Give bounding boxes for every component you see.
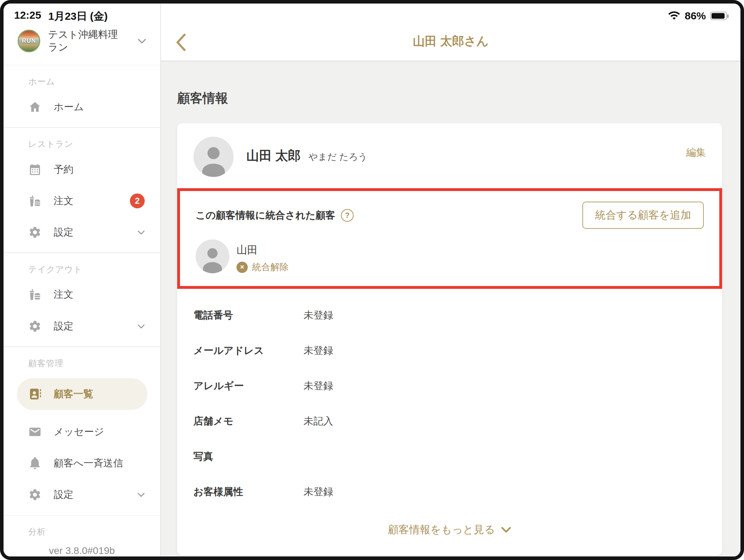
add-merge-customer-button[interactable]: 統合する顧客を追加 (582, 202, 704, 229)
customer-name: 山田 太郎 (246, 147, 301, 165)
section-label-crm: 顧客管理 (28, 358, 160, 369)
field-value: 未登録 (304, 379, 333, 393)
section-label-restaurant: レストラン (28, 138, 160, 150)
bell-icon (28, 457, 42, 470)
merge-title: この顧客情報に統合された顧客 (196, 209, 335, 222)
status-bar-left: 12:25 1月23日 (金) (4, 4, 160, 24)
field-value: 未登録 (304, 485, 333, 499)
sidebar: 12:25 1月23日 (金) RUN テスト沖縄料理 ラン ホーム ホーム レ… (4, 4, 161, 556)
sidebar-item-label: メッセージ (54, 425, 104, 439)
section-title: 顧客情報 (177, 90, 722, 107)
customer-header: 山田 太郎 やまだ たろう 編集 (177, 123, 722, 188)
gear-icon (28, 320, 42, 333)
field-value: 未登録 (304, 344, 333, 357)
merged-customer-name: 山田 (236, 243, 289, 257)
contact-card-icon (28, 387, 42, 401)
home-icon (28, 100, 42, 114)
field-label: 電話番号 (193, 309, 304, 322)
sidebar-item-reservations[interactable]: 予約 (4, 160, 160, 179)
chevron-down-icon (136, 35, 148, 47)
sidebar-item-orders-restaurant[interactable]: 注文 2 (4, 191, 160, 210)
unmerge-link[interactable]: × 統合解除 (236, 261, 289, 273)
page-header: 山田 太郎さん (161, 4, 740, 61)
unmerge-label: 統合解除 (252, 261, 289, 273)
customer-info-card: 山田 太郎 やまだ たろう 編集 この顧客情報に統合された顧客 ? 統合する顧客… (177, 123, 722, 555)
sidebar-item-label: 顧客へ一斉送信 (54, 457, 123, 470)
customer-kana: やまだ たろう (308, 151, 367, 163)
chevron-down-icon (136, 227, 146, 237)
sidebar-item-label: 予約 (54, 163, 73, 176)
content-area: 顧客情報 山田 太郎 やまだ たろう 編集 この顧客情報に統合された顧客 ? (161, 61, 740, 556)
show-more-label: 顧客情報をもっと見る (388, 523, 495, 537)
merged-customer-info: 山田 × 統合解除 (236, 239, 289, 273)
field-value: 未登録 (304, 309, 333, 322)
field-row-photo: 写真 (193, 450, 706, 463)
sidebar-item-messages[interactable]: メッセージ (4, 422, 160, 441)
divider (4, 252, 160, 253)
field-row-email: メールアドレス 未登録 (193, 344, 706, 357)
field-row-store-memo: 店舗メモ 未記入 (193, 415, 706, 428)
store-name: テスト沖縄料理 ラン (48, 28, 118, 54)
field-label: お客様属性 (193, 485, 304, 499)
divider (4, 515, 160, 516)
store-logo: RUN (18, 30, 40, 52)
sidebar-item-settings-crm[interactable]: 設定 (4, 485, 160, 504)
show-more-link[interactable]: 顧客情報をもっと見る (388, 523, 511, 537)
main-area: 86% 山田 太郎さん 顧客情報 山田 太郎 やまだ たろう (161, 4, 740, 556)
sidebar-item-settings-takeout[interactable]: 設定 (4, 316, 160, 336)
field-label: アレルギー (193, 379, 304, 393)
sidebar-item-label: 注文 (54, 194, 73, 208)
unmerge-x-icon: × (236, 262, 248, 273)
field-row-allergy: アレルギー 未登録 (193, 379, 706, 393)
divider (4, 127, 160, 128)
divider (4, 346, 160, 347)
chevron-down-icon (501, 526, 511, 534)
sidebar-item-settings-restaurant[interactable]: 設定 (4, 222, 160, 242)
field-label: メールアドレス (193, 344, 304, 357)
chevron-down-icon (136, 490, 146, 500)
help-icon[interactable]: ? (341, 209, 354, 222)
merged-customer-row: 山田 × 統合解除 (196, 239, 704, 273)
store-switcher[interactable]: RUN テスト沖縄料理 ラン (4, 28, 160, 54)
fastfood-icon (28, 288, 42, 301)
chevron-down-icon (136, 321, 146, 331)
status-date: 1月23日 (金) (48, 9, 108, 24)
wifi-icon (668, 11, 680, 21)
field-label: 写真 (193, 450, 304, 463)
status-bar-right: 86% (668, 10, 727, 22)
field-value: 未記入 (304, 415, 333, 428)
battery-percent: 86% (685, 10, 706, 22)
sidebar-item-label: 設定 (54, 320, 73, 333)
app-screen: 12:25 1月23日 (金) RUN テスト沖縄料理 ラン ホーム ホーム レ… (0, 0, 744, 560)
page-title: 山田 太郎さん (161, 33, 740, 49)
app-version: ver 3.8.0#019b (4, 545, 160, 556)
edit-link[interactable]: 編集 (686, 146, 706, 177)
customer-fields: 電話番号 未登録 メールアドレス 未登録 アレルギー 未登録 店舗メモ 未記入 (177, 289, 722, 499)
sidebar-item-label: 注文 (54, 288, 73, 301)
merge-header: この顧客情報に統合された顧客 ? 統合する顧客を追加 (196, 202, 704, 229)
sidebar-item-home[interactable]: ホーム (4, 97, 160, 117)
status-time: 12:25 (14, 9, 41, 24)
field-row-attributes: お客様属性 未登録 (193, 485, 706, 499)
envelope-icon (28, 425, 42, 439)
battery-icon (710, 12, 727, 20)
section-label-home: ホーム (28, 76, 160, 87)
sidebar-item-label: 顧客一覧 (54, 387, 93, 401)
sidebar-item-label: ホーム (54, 100, 84, 114)
sidebar-item-orders-takeout[interactable]: 注文 (4, 285, 160, 304)
field-row-phone: 電話番号 未登録 (193, 309, 706, 322)
merged-customer-avatar (196, 239, 229, 273)
section-label-analytics: 分析 (28, 526, 160, 537)
fastfood-icon (28, 194, 42, 208)
sidebar-item-customer-list[interactable]: 顧客一覧 (17, 378, 148, 410)
merged-customers-highlight-box: この顧客情報に統合された顧客 ? 統合する顧客を追加 山田 × 統合解除 (177, 188, 722, 289)
section-label-takeout: テイクアウト (28, 264, 160, 275)
order-count-badge: 2 (130, 193, 145, 208)
sidebar-item-label: 設定 (54, 488, 73, 501)
sidebar-item-broadcast[interactable]: 顧客へ一斉送信 (4, 453, 160, 473)
divider (4, 65, 160, 66)
field-label: 店舗メモ (193, 415, 304, 428)
gear-icon (28, 488, 42, 501)
more-row: 顧客情報をもっと見る (177, 520, 722, 555)
gear-icon (28, 226, 42, 239)
